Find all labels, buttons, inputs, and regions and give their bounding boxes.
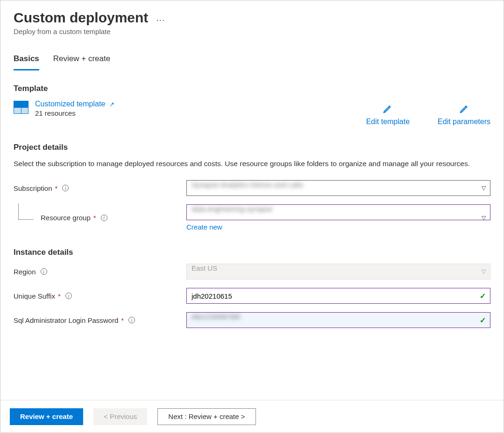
template-resources-count: 21 resources <box>35 109 114 117</box>
checkmark-icon: ✓ <box>480 292 486 300</box>
edit-template-link[interactable]: Edit template <box>366 104 410 126</box>
page-header: Custom deployment … Deploy from a custom… <box>14 10 490 35</box>
subscription-label: Subscription*i <box>14 184 186 192</box>
external-link-icon: ↗ <box>109 101 114 108</box>
next-button[interactable]: Next : Review + create > <box>157 408 256 425</box>
edit-parameters-link[interactable]: Edit parameters <box>438 104 490 126</box>
review-create-button[interactable]: Review + create <box>10 408 83 425</box>
unique-suffix-label: Unique Suffix*i <box>14 292 186 300</box>
page-subtitle: Deploy from a custom template <box>14 28 490 35</box>
template-icon <box>14 101 28 114</box>
unique-suffix-input[interactable] <box>186 288 490 304</box>
info-icon[interactable]: i <box>62 185 69 191</box>
edit-template-label: Edit template <box>366 118 410 126</box>
instance-details-heading: Instance details <box>14 248 490 257</box>
info-icon[interactable]: i <box>41 268 47 275</box>
region-select: East US <box>186 264 490 279</box>
pencil-icon <box>459 104 469 114</box>
tabs: Basics Review + create <box>14 49 490 71</box>
footer-actions: Review + create < Previous Next : Review… <box>0 400 504 433</box>
info-icon[interactable]: i <box>65 293 72 299</box>
template-link-text: Customized template <box>35 100 105 108</box>
sql-password-input[interactable]: Abc123456789! <box>186 312 490 328</box>
template-heading: Template <box>14 84 490 93</box>
more-actions-icon[interactable]: … <box>156 13 166 23</box>
pencil-icon <box>383 104 393 114</box>
subscription-select[interactable]: Synapse Analytics Demos and Labs <box>186 180 490 196</box>
tab-review-create[interactable]: Review + create <box>53 49 110 70</box>
resource-group-select[interactable]: data-engineering-synapse <box>186 204 490 220</box>
page-title: Custom deployment <box>14 10 148 26</box>
resource-group-label: Resource group*i <box>14 214 186 222</box>
template-info: Customized template ↗ 21 resources <box>14 100 114 117</box>
create-new-link[interactable]: Create new <box>186 223 490 231</box>
project-details-heading: Project details <box>14 143 490 152</box>
checkmark-icon: ✓ <box>480 316 486 325</box>
sql-password-label: Sql Administrator Login Password*i <box>14 316 186 324</box>
region-label: Regioni <box>14 268 186 276</box>
info-icon[interactable]: i <box>101 215 107 221</box>
edit-parameters-label: Edit parameters <box>438 118 490 126</box>
customized-template-link[interactable]: Customized template ↗ <box>35 100 114 108</box>
info-icon[interactable]: i <box>128 317 135 323</box>
project-details-desc: Select the subscription to manage deploy… <box>14 159 490 169</box>
tab-basics[interactable]: Basics <box>14 49 39 70</box>
previous-button: < Previous <box>93 408 147 425</box>
